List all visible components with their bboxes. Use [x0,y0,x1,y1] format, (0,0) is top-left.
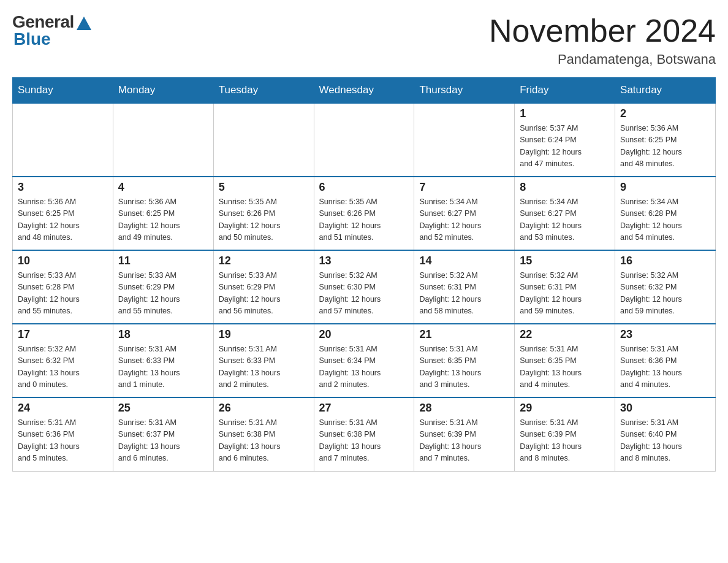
day-number: 30 [620,402,710,415]
day-info: Sunrise: 5:33 AM Sunset: 6:28 PM Dayligh… [18,270,108,318]
calendar-cell: 3Sunrise: 5:36 AM Sunset: 6:25 PM Daylig… [13,177,113,250]
day-number: 10 [18,255,108,267]
calendar-cell: 8Sunrise: 5:34 AM Sunset: 6:27 PM Daylig… [515,177,615,250]
day-info: Sunrise: 5:31 AM Sunset: 6:33 PM Dayligh… [219,343,309,391]
calendar-week-row-4: 17Sunrise: 5:32 AM Sunset: 6:32 PM Dayli… [13,324,716,397]
calendar-cell [314,103,414,177]
calendar-cell: 22Sunrise: 5:31 AM Sunset: 6:35 PM Dayli… [515,324,615,397]
calendar-cell: 18Sunrise: 5:31 AM Sunset: 6:33 PM Dayli… [113,324,213,397]
day-info: Sunrise: 5:31 AM Sunset: 6:36 PM Dayligh… [620,343,710,391]
day-number: 2 [620,107,710,120]
logo-blue-text: Blue [13,29,51,49]
day-number: 8 [520,181,610,194]
calendar-cell: 26Sunrise: 5:31 AM Sunset: 6:38 PM Dayli… [213,397,314,471]
day-info: Sunrise: 5:36 AM Sunset: 6:25 PM Dayligh… [18,196,108,244]
calendar-cell [13,103,113,177]
calendar-cell: 6Sunrise: 5:35 AM Sunset: 6:26 PM Daylig… [314,177,414,250]
calendar-header-saturday: Saturday [615,78,716,104]
day-number: 23 [620,328,710,341]
calendar-header-friday: Friday [515,78,615,104]
day-info: Sunrise: 5:35 AM Sunset: 6:26 PM Dayligh… [219,196,309,244]
calendar-cell [213,103,314,177]
calendar-header-row: SundayMondayTuesdayWednesdayThursdayFrid… [13,78,716,104]
calendar-cell: 17Sunrise: 5:32 AM Sunset: 6:32 PM Dayli… [13,324,113,397]
calendar-header-sunday: Sunday [13,78,113,104]
calendar-week-row-2: 3Sunrise: 5:36 AM Sunset: 6:25 PM Daylig… [13,177,716,250]
day-number: 3 [18,181,108,194]
day-number: 22 [520,328,610,341]
calendar-cell: 16Sunrise: 5:32 AM Sunset: 6:32 PM Dayli… [615,250,716,324]
calendar-cell: 7Sunrise: 5:34 AM Sunset: 6:27 PM Daylig… [414,177,515,250]
day-info: Sunrise: 5:36 AM Sunset: 6:25 PM Dayligh… [118,196,208,244]
day-info: Sunrise: 5:31 AM Sunset: 6:35 PM Dayligh… [419,343,509,391]
calendar-cell: 24Sunrise: 5:31 AM Sunset: 6:36 PM Dayli… [13,397,113,471]
day-number: 29 [520,402,610,415]
calendar-cell: 21Sunrise: 5:31 AM Sunset: 6:35 PM Dayli… [414,324,515,397]
day-number: 19 [219,328,309,341]
day-info: Sunrise: 5:32 AM Sunset: 6:32 PM Dayligh… [18,343,108,391]
calendar-cell: 25Sunrise: 5:31 AM Sunset: 6:37 PM Dayli… [113,397,213,471]
day-info: Sunrise: 5:34 AM Sunset: 6:27 PM Dayligh… [520,196,610,244]
day-number: 14 [419,255,509,267]
day-number: 5 [219,181,309,194]
day-number: 25 [118,402,208,415]
calendar-header-monday: Monday [113,78,213,104]
day-number: 28 [419,402,509,415]
day-info: Sunrise: 5:36 AM Sunset: 6:25 PM Dayligh… [620,123,710,170]
calendar-cell: 20Sunrise: 5:31 AM Sunset: 6:34 PM Dayli… [314,324,414,397]
day-info: Sunrise: 5:31 AM Sunset: 6:38 PM Dayligh… [319,417,409,465]
logo-triangle-icon [77,17,91,30]
calendar-cell: 13Sunrise: 5:32 AM Sunset: 6:30 PM Dayli… [314,250,414,324]
day-number: 27 [319,402,409,415]
day-info: Sunrise: 5:32 AM Sunset: 6:32 PM Dayligh… [620,270,710,318]
calendar-header-thursday: Thursday [414,78,515,104]
calendar-cell: 4Sunrise: 5:36 AM Sunset: 6:25 PM Daylig… [113,177,213,250]
calendar-table: SundayMondayTuesdayWednesdayThursdayFrid… [12,77,716,472]
day-info: Sunrise: 5:31 AM Sunset: 6:35 PM Dayligh… [520,343,610,391]
day-number: 21 [419,328,509,341]
day-number: 20 [319,328,409,341]
day-number: 16 [620,255,710,267]
calendar-cell: 9Sunrise: 5:34 AM Sunset: 6:28 PM Daylig… [615,177,716,250]
day-number: 26 [219,402,309,415]
day-info: Sunrise: 5:31 AM Sunset: 6:34 PM Dayligh… [319,343,409,391]
calendar-cell [113,103,213,177]
day-info: Sunrise: 5:34 AM Sunset: 6:27 PM Dayligh… [419,196,509,244]
calendar-week-row-3: 10Sunrise: 5:33 AM Sunset: 6:28 PM Dayli… [13,250,716,324]
calendar-week-row-5: 24Sunrise: 5:31 AM Sunset: 6:36 PM Dayli… [13,397,716,471]
day-info: Sunrise: 5:37 AM Sunset: 6:24 PM Dayligh… [520,123,610,170]
day-info: Sunrise: 5:35 AM Sunset: 6:26 PM Dayligh… [319,196,409,244]
day-info: Sunrise: 5:31 AM Sunset: 6:39 PM Dayligh… [419,417,509,465]
day-number: 1 [520,107,610,120]
calendar-cell: 5Sunrise: 5:35 AM Sunset: 6:26 PM Daylig… [213,177,314,250]
day-number: 9 [620,181,710,194]
calendar-cell: 19Sunrise: 5:31 AM Sunset: 6:33 PM Dayli… [213,324,314,397]
calendar-cell: 12Sunrise: 5:33 AM Sunset: 6:29 PM Dayli… [213,250,314,324]
page-header: General Blue November 2024 Pandamatenga,… [12,12,716,67]
day-number: 7 [419,181,509,194]
calendar-cell: 10Sunrise: 5:33 AM Sunset: 6:28 PM Dayli… [13,250,113,324]
day-number: 6 [319,181,409,194]
day-info: Sunrise: 5:31 AM Sunset: 6:40 PM Dayligh… [620,417,710,465]
day-info: Sunrise: 5:31 AM Sunset: 6:39 PM Dayligh… [520,417,610,465]
calendar-cell: 11Sunrise: 5:33 AM Sunset: 6:29 PM Dayli… [113,250,213,324]
day-number: 4 [118,181,208,194]
day-number: 24 [18,402,108,415]
calendar-cell: 28Sunrise: 5:31 AM Sunset: 6:39 PM Dayli… [414,397,515,471]
day-info: Sunrise: 5:33 AM Sunset: 6:29 PM Dayligh… [219,270,309,318]
day-info: Sunrise: 5:34 AM Sunset: 6:28 PM Dayligh… [620,196,710,244]
day-info: Sunrise: 5:32 AM Sunset: 6:31 PM Dayligh… [419,270,509,318]
calendar-cell: 29Sunrise: 5:31 AM Sunset: 6:39 PM Dayli… [515,397,615,471]
month-title: November 2024 [489,12,716,49]
logo: General Blue [12,12,91,49]
day-info: Sunrise: 5:32 AM Sunset: 6:30 PM Dayligh… [319,270,409,318]
calendar-cell: 1Sunrise: 5:37 AM Sunset: 6:24 PM Daylig… [515,103,615,177]
calendar-cell: 2Sunrise: 5:36 AM Sunset: 6:25 PM Daylig… [615,103,716,177]
location-subtitle: Pandamatenga, Botswana [489,52,716,67]
calendar-cell: 27Sunrise: 5:31 AM Sunset: 6:38 PM Dayli… [314,397,414,471]
day-info: Sunrise: 5:31 AM Sunset: 6:38 PM Dayligh… [219,417,309,465]
calendar-week-row-1: 1Sunrise: 5:37 AM Sunset: 6:24 PM Daylig… [13,103,716,177]
calendar-cell: 14Sunrise: 5:32 AM Sunset: 6:31 PM Dayli… [414,250,515,324]
day-number: 13 [319,255,409,267]
day-number: 17 [18,328,108,341]
